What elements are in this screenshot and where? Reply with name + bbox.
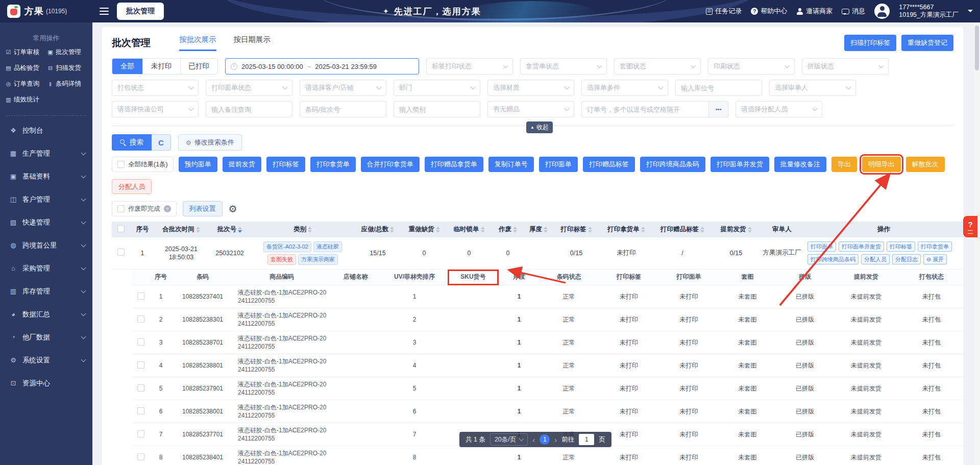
sort-icon[interactable] [544, 227, 548, 233]
category-input[interactable] [394, 101, 480, 117]
filter-select[interactable]: 印刷状态 [708, 58, 795, 75]
batch-table-header[interactable]: 审单人 [760, 222, 804, 237]
sidebar-quick-quality-check[interactable]: ▤ 品检验货 [5, 64, 47, 72]
sort-icon[interactable] [308, 227, 312, 233]
filter-select[interactable]: 选择材质 [487, 80, 574, 96]
sort-icon[interactable] [748, 227, 752, 233]
export-button[interactable]: 明细导出 [862, 157, 901, 172]
gift-select[interactable]: 有无赠品 [487, 101, 574, 117]
select-all-results[interactable]: 全部结果(1条) [112, 157, 174, 172]
batch-table-header[interactable]: 提前发货 [712, 222, 760, 237]
sidebar-item-production[interactable]: ▦ 生产管理 [0, 142, 92, 165]
batch-table-header[interactable]: 临时锁单 [447, 222, 492, 237]
sidebar-item-settings[interactable]: ⚙ 系统设置 [0, 349, 92, 372]
row-action-button[interactable]: 打印跨境商品条码 [807, 254, 859, 264]
sidebar-item-other-factory[interactable]: ◔ 他厂数据 [0, 326, 92, 349]
filter-select[interactable]: 打印面单状态 [206, 80, 292, 96]
prev-page-button[interactable]: ‹ [532, 436, 535, 444]
header-checkbox[interactable] [117, 225, 125, 232]
search-button[interactable]: 搜索 [112, 134, 152, 151]
batch-action-button[interactable]: 打印面单 [539, 157, 578, 172]
row-action-button[interactable]: ⊖ 展开 [923, 254, 947, 264]
sort-icon[interactable] [588, 227, 592, 233]
filter-select[interactable]: 拿货单状态 [520, 58, 607, 75]
order-more-button[interactable]: ••• [709, 101, 728, 117]
batch-action-button[interactable]: 预约面单 [179, 157, 217, 172]
batch-action-button[interactable]: 复制订单号 [488, 157, 534, 172]
batch-action-button[interactable]: 合并打印拿货单 [361, 157, 420, 172]
sidebar-quick-scan-ship[interactable]: ⊟ 扫描发货 [47, 64, 89, 72]
row-checkbox[interactable] [117, 249, 125, 256]
collapse-sidebar-icon[interactable] [100, 8, 109, 15]
sidebar-item-resources[interactable]: ⊡ 资源中心 [0, 372, 92, 395]
export-button[interactable]: 导出 [831, 157, 857, 172]
row-action-button[interactable]: 打印拿货单 [918, 241, 952, 252]
batch-table-header[interactable]: 操作 [804, 222, 964, 237]
goto-page-input[interactable] [579, 434, 594, 445]
help-center-menu[interactable]: ? 帮助中心 [751, 7, 787, 16]
sub-row-checkbox[interactable] [137, 292, 144, 300]
export-button[interactable]: 解散批次 [906, 157, 945, 172]
filter-select[interactable]: 打包状态 [112, 80, 199, 96]
segment-option[interactable]: 已打印 [181, 59, 218, 74]
scan-print-label-button[interactable]: 扫描打印标签 [844, 35, 896, 51]
auditor-select[interactable]: 选择审单人 [769, 80, 856, 96]
batch-table-header[interactable]: 重做缺货 [402, 222, 447, 237]
open-page-tab[interactable]: 批次管理 [117, 3, 164, 20]
invite-merchant-menu[interactable]: 邀请商家 [796, 7, 832, 16]
batch-table-header[interactable]: 序号 [130, 222, 155, 237]
segment-option[interactable]: 未打印 [143, 59, 181, 74]
batch-table-header[interactable]: 类别 [252, 222, 354, 237]
tab-by-date[interactable]: 按日期展示 [234, 35, 271, 51]
collapse-filters-button[interactable]: 收起 [526, 121, 553, 133]
scrollbar-thumb[interactable] [975, 26, 979, 70]
date-range-picker[interactable]: 2025-03-15 00:00:00 ~ 2025-03-21 23:59:5… [225, 58, 419, 75]
sub-row-checkbox[interactable] [137, 361, 144, 369]
row-action-button[interactable]: 打印标签 [887, 241, 915, 252]
vertical-scrollbar[interactable] [974, 22, 980, 465]
batch-action-button[interactable]: 提前发货 [223, 157, 261, 172]
date-to[interactable]: 2025-03-21 23:59:59 [315, 63, 377, 70]
batch-table-header[interactable]: 合批次时间 [155, 222, 208, 237]
tab-by-batch[interactable]: 按批次展示 [179, 35, 216, 51]
sidebar-item-crossborder[interactable]: ◍ 跨境首公里 [0, 234, 92, 257]
sort-icon[interactable] [196, 227, 200, 233]
segment-option[interactable]: 全部 [112, 59, 143, 74]
row-action-button[interactable]: 分配日志 [892, 254, 921, 264]
filter-select[interactable]: 部门 [394, 80, 480, 96]
sidebar-item-customer[interactable]: ◫ 客户管理 [0, 188, 92, 211]
void-complete-toggle[interactable]: 作废即完成 ? [112, 201, 177, 216]
sidebar-item-data-summary[interactable]: ◕ 数据汇总 [0, 303, 92, 326]
sidebar-item-express[interactable]: ▧ 快递管理 [0, 211, 92, 234]
sub-row-checkbox[interactable] [137, 315, 144, 323]
filter-select[interactable]: 请选择客户/店铺 [300, 80, 386, 96]
app-logo[interactable]: 方果 (10195) [0, 0, 92, 22]
batch-action-button[interactable]: 打印面单并发货 [710, 157, 769, 172]
batch-table-header[interactable]: 厚度 [524, 222, 553, 237]
row-action-button[interactable]: 分配人员 [861, 254, 890, 264]
batch-action-button[interactable]: 打印标签 [266, 157, 305, 172]
table-gear-icon[interactable]: ⚙ [229, 204, 237, 214]
remark-search-input[interactable] [206, 101, 292, 117]
sub-row-checkbox[interactable] [137, 453, 144, 460]
sort-icon[interactable] [481, 227, 485, 233]
batch-table-header[interactable]: 打印赠品标签 [653, 222, 712, 237]
batch-action-button[interactable]: 打印拿货单 [310, 157, 356, 172]
sort-icon[interactable] [700, 227, 704, 233]
batch-table-header[interactable]: 应做/总数 [354, 222, 402, 237]
task-log-menu[interactable]: 任务记录 [706, 7, 742, 16]
assignee-select[interactable]: 请选择分配人员 [736, 101, 822, 117]
sidebar-item-console[interactable]: ❖ 控制台 [0, 119, 92, 142]
current-page-button[interactable]: 1 [540, 434, 550, 445]
barcode-batch-input[interactable] [300, 101, 386, 117]
page-size-select[interactable]: 20条/页 [490, 433, 528, 446]
sidebar-item-purchase[interactable]: ⌂ 采购管理 [0, 257, 92, 280]
user-info[interactable]: 177****5667 10195_方果演示工厂 [899, 4, 959, 19]
sort-icon[interactable] [238, 227, 242, 233]
floating-help-widget[interactable]: ? [963, 216, 977, 237]
warehouse-slot-input[interactable] [675, 80, 762, 96]
sub-row-checkbox[interactable] [137, 384, 144, 391]
batch-table-header[interactable]: 打印拿货单 [600, 222, 653, 237]
redo-shortage-button[interactable]: 重做缺货登记 [901, 35, 953, 51]
sort-icon[interactable] [641, 227, 645, 233]
